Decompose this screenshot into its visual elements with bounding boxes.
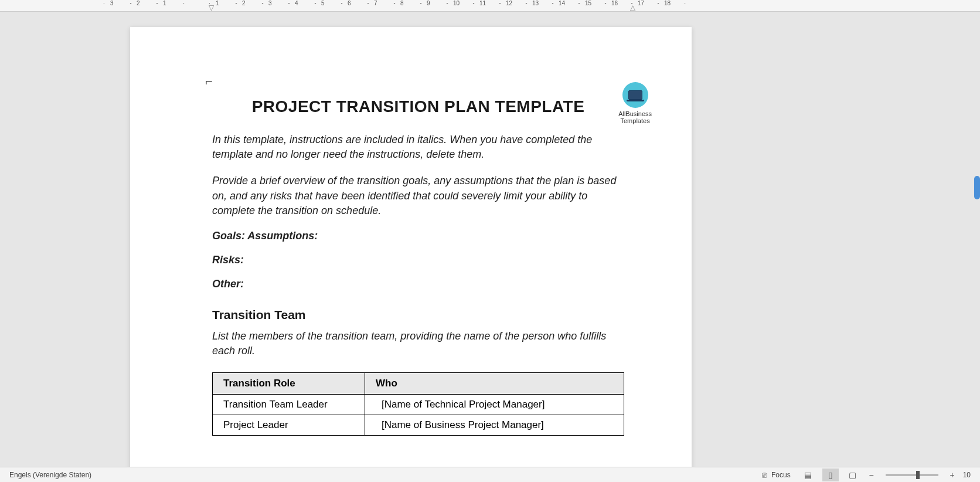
ruler-label: 9 [427, 0, 453, 6]
ruler-label: 3 [268, 0, 295, 6]
table-cell-role: Transition Team Leader [213, 395, 365, 415]
goals-label: Goals: Assumptions: [212, 230, 624, 242]
ruler-label: 10 [453, 0, 479, 6]
table-cell-who: [Name of Technical Project Manager] [365, 395, 624, 415]
first-line-indent-marker[interactable]: ▽ [209, 4, 216, 9]
ruler-label: 4 [295, 0, 321, 6]
logo-block: AllBusiness Templates [618, 82, 652, 124]
ruler-label: 11 [479, 0, 506, 6]
page-icon: ▯ [826, 470, 835, 480]
table-cell-who: [Name of Business Project Manager] [365, 415, 624, 436]
horizontal-ruler[interactable]: 321123456789101112131415161718 ▽ △ △ [0, 0, 980, 12]
book-icon: ▤ [804, 470, 813, 480]
section-heading-team: Transition Team [212, 308, 624, 322]
focus-icon: ⎚ [760, 470, 769, 480]
ruler-label: 14 [559, 0, 585, 6]
document-page[interactable]: ⌐ AllBusiness Templates PROJECT TRANSITI… [130, 27, 692, 467]
ruler-ticks: 321123456789101112131415161718 [110, 0, 690, 11]
ruler-label: 8 [400, 0, 427, 6]
text-cursor-icon: ⌐ [205, 74, 213, 89]
vertical-scrollbar-thumb[interactable] [974, 176, 980, 199]
ruler-label: 17 [638, 0, 664, 6]
zoom-slider[interactable] [886, 474, 938, 476]
table-header-who: Who [365, 373, 624, 395]
ruler-label: 5 [321, 0, 348, 6]
transition-team-table: Transition Role Who Transition Team Lead… [212, 372, 624, 436]
print-layout-button[interactable]: ▯ [822, 469, 839, 481]
table-header-role: Transition Role [213, 373, 365, 395]
risks-label: Risks: [212, 254, 624, 266]
ruler-label: 15 [585, 0, 611, 6]
team-intro-paragraph: List the members of the transition team,… [212, 329, 624, 358]
document-viewport[interactable]: ⌐ AllBusiness Templates PROJECT TRANSITI… [0, 12, 980, 467]
other-label: Other: [212, 278, 624, 290]
table-row: Transition Team Leader [Name of Technica… [213, 395, 624, 415]
web-icon: ▢ [848, 470, 858, 480]
table-cell-role: Project Leader [213, 415, 365, 436]
logo-text-2: Templates [618, 117, 652, 124]
logo-text-1: AllBusiness [618, 110, 652, 117]
ruler-label: 3 [110, 0, 137, 6]
table-row: Project Leader [Name of Business Project… [213, 415, 624, 436]
ruler-label: 1 [216, 0, 242, 6]
zoom-in-button[interactable]: + [948, 470, 957, 480]
focus-label: Focus [771, 471, 791, 479]
zoom-slider-thumb[interactable] [916, 471, 920, 479]
zoom-level[interactable]: 10 [963, 471, 971, 479]
read-mode-button[interactable]: ▤ [800, 469, 816, 481]
intro-paragraph-1: In this template, instructions are inclu… [212, 133, 624, 162]
language-status[interactable]: Engels (Verenigde Staten) [9, 471, 91, 479]
ruler-label: 6 [348, 0, 374, 6]
logo-icon [622, 82, 648, 108]
status-bar: Engels (Verenigde Staten) ⎚ Focus ▤ ▯ ▢ … [0, 467, 980, 482]
intro-paragraph-2: Provide a brief overview of the transiti… [212, 174, 624, 218]
ruler-label: 12 [506, 0, 532, 6]
ruler-label: 1 [163, 0, 189, 6]
focus-mode-button[interactable]: ⎚ Focus [756, 469, 794, 481]
ruler-label: 13 [532, 0, 559, 6]
document-title: PROJECT TRANSITION PLAN TEMPLATE [212, 97, 624, 116]
right-margin-marker[interactable]: △ [630, 4, 635, 12]
ruler-label: 2 [242, 0, 268, 6]
ruler-label: 7 [374, 0, 400, 6]
web-layout-button[interactable]: ▢ [845, 469, 861, 481]
zoom-out-button[interactable]: − [867, 470, 876, 480]
ruler-label: 2 [137, 0, 163, 6]
ruler-label: 18 [664, 0, 690, 6]
